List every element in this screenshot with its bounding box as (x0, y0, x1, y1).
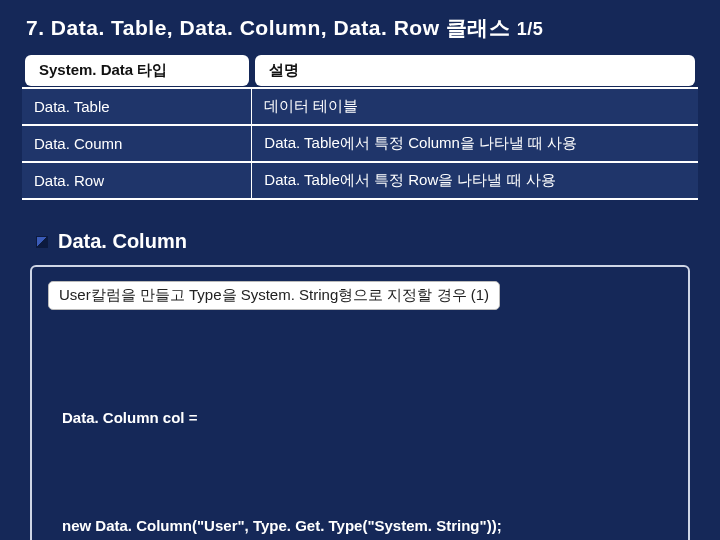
cell-type: Data. Table (22, 88, 252, 125)
example-box: User칼럼을 만들고 Type을 System. String형으로 지정할 … (30, 265, 690, 540)
code-line: new Data. Column("User", Type. Get. Type… (62, 508, 672, 540)
table-row: Data. Coumn Data. Table에서 특정 Column을 나타낼… (22, 125, 698, 162)
header-desc: 설명 (255, 55, 695, 86)
header-type: System. Data 타입 (25, 55, 249, 86)
subheading-text: Data. Column (58, 230, 187, 253)
table-row: Data. Row Data. Table에서 특정 Row을 나타낼 때 사용 (22, 162, 698, 199)
title-page-fraction: 1/5 (517, 19, 544, 39)
type-table: System. Data 타입 설명 Data. Table 데이터 테이블 D… (22, 54, 698, 200)
slide-title: 7. Data. Table, Data. Column, Data. Row … (26, 14, 698, 42)
cell-desc: Data. Table에서 특정 Column을 나타낼 때 사용 (252, 125, 698, 162)
table-header-cell: 설명 (252, 54, 698, 88)
cell-type: Data. Row (22, 162, 252, 199)
cell-desc: Data. Table에서 특정 Row을 나타낼 때 사용 (252, 162, 698, 199)
code-block: Data. Column col = new Data. Column("Use… (48, 328, 672, 540)
title-prefix: 7. (26, 16, 51, 39)
cell-type: Data. Coumn (22, 125, 252, 162)
bullet-icon (36, 236, 48, 248)
table-row: Data. Table 데이터 테이블 (22, 88, 698, 125)
cell-desc: 데이터 테이블 (252, 88, 698, 125)
table-header-cell: System. Data 타입 (22, 54, 252, 88)
title-main: Data. Table, Data. Column, Data. Row 클래스 (51, 16, 511, 39)
example-caption: User칼럼을 만들고 Type을 System. String형으로 지정할 … (48, 281, 500, 310)
subheading-row: Data. Column (36, 230, 698, 253)
code-line: Data. Column col = (62, 400, 672, 436)
